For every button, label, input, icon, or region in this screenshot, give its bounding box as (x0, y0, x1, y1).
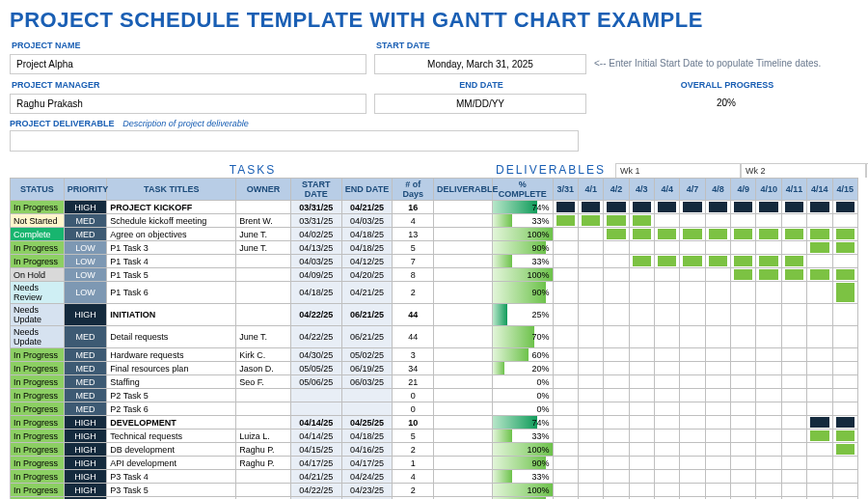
title-cell: P1 Task 3 (107, 241, 236, 255)
gantt-cell (731, 443, 756, 457)
gantt-cell (553, 470, 578, 484)
days-cell: 44 (393, 304, 434, 326)
gantt-cell (807, 389, 832, 402)
gantt-cell (756, 389, 781, 402)
owner-cell (236, 282, 291, 304)
days-cell: 13 (393, 228, 434, 241)
table-row[interactable]: In ProgressMEDHardware requestsKirk C.04… (11, 348, 858, 362)
day-header: 4/1 (578, 179, 603, 201)
table-row[interactable]: In ProgressHIGHPROJECT KICKOFF03/31/2504… (11, 201, 858, 214)
title-cell: PROJECT KICKOFF (107, 201, 236, 214)
gantt-cell (655, 214, 680, 228)
status-cell: In Progress (11, 241, 65, 255)
status-cell: Needs Update (11, 326, 65, 348)
priority-cell: HIGH (64, 304, 107, 326)
deliverable-cell (433, 430, 492, 443)
gantt-cell (680, 304, 705, 326)
gantt-cell (756, 362, 781, 375)
title-cell: P1 Task 4 (107, 255, 236, 268)
gantt-cell (807, 430, 832, 443)
gantt-cell (781, 443, 806, 457)
table-row[interactable]: On HoldLOWP1 Task 504/09/2504/20/258100% (11, 268, 858, 282)
table-row[interactable]: In ProgressLOWP1 Task 404/03/2504/12/257… (11, 255, 858, 268)
table-row[interactable]: In ProgressMEDP2 Task 500% (11, 389, 858, 402)
days-cell: 2 (393, 484, 434, 497)
gantt-table: STATUSPRIORITYTASK TITLESOWNERSTART DATE… (10, 178, 858, 499)
gantt-cell (629, 402, 654, 416)
gantt-cell (553, 348, 578, 362)
input-deliverable[interactable] (10, 130, 579, 152)
gantt-cell (832, 228, 857, 241)
label-project-manager: PROJECT MANAGER (10, 78, 366, 90)
table-row[interactable]: In ProgressHIGHTechnical requestsLuiza L… (11, 430, 858, 443)
gantt-cell (832, 443, 857, 457)
gantt-cell (680, 241, 705, 255)
gantt-cell (731, 457, 756, 470)
table-row[interactable]: In ProgressHIGHDB developmentRaghu P.04/… (11, 443, 858, 457)
gantt-cell (629, 228, 654, 241)
gantt-cell (553, 201, 578, 214)
gantt-cell (832, 304, 857, 326)
start-cell (290, 389, 341, 402)
gantt-cell (807, 304, 832, 326)
gantt-cell (781, 348, 806, 362)
gantt-cell (832, 362, 857, 375)
days-cell: 5 (393, 241, 434, 255)
gantt-cell (629, 470, 654, 484)
title-cell: Technical requests (107, 430, 236, 443)
table-row[interactable]: In ProgressMEDStaffingSeo F.05/06/2506/0… (11, 375, 858, 389)
start-cell: 04/02/25 (290, 228, 341, 241)
table-row[interactable]: In ProgressHIGHAPI developmentRaghu P.04… (11, 457, 858, 470)
gantt-cell (629, 214, 654, 228)
owner-cell (236, 484, 291, 497)
gantt-cell (832, 389, 857, 402)
owner-cell: June T. (236, 326, 291, 348)
days-cell: 5 (393, 430, 434, 443)
day-header: 4/4 (655, 179, 680, 201)
col-header: STATUS (11, 179, 65, 201)
day-header: 4/11 (781, 179, 806, 201)
gantt-cell (756, 375, 781, 389)
gantt-cell (553, 416, 578, 430)
gantt-cell (731, 214, 756, 228)
gantt-cell (807, 416, 832, 430)
owner-cell: Seo F. (236, 375, 291, 389)
gantt-cell (832, 402, 857, 416)
table-row[interactable]: Needs UpdateHIGHINITIATION04/22/2506/21/… (11, 304, 858, 326)
owner-cell (236, 402, 291, 416)
title-cell: INITIATION (107, 304, 236, 326)
gantt-cell (756, 470, 781, 484)
gantt-cell (756, 228, 781, 241)
gantt-cell (731, 430, 756, 443)
gantt-cell (578, 255, 603, 268)
input-end-date[interactable]: MM/DD/YY (374, 94, 586, 114)
gantt-cell (578, 470, 603, 484)
pct-cell: 0% (492, 389, 553, 402)
input-start-date[interactable]: Monday, March 31, 2025 (374, 54, 586, 74)
deliverable-cell (433, 348, 492, 362)
status-cell: In Progress (11, 201, 65, 214)
table-row[interactable]: In ProgressHIGHP3 Task 404/21/2504/24/25… (11, 470, 858, 484)
table-row[interactable]: Needs ReviewLOWP1 Task 604/18/2504/21/25… (11, 282, 858, 304)
gantt-cell (832, 470, 857, 484)
table-row[interactable]: In ProgressHIGHDEVELOPMENT04/14/2504/25/… (11, 416, 858, 430)
table-row[interactable]: CompleteMEDAgree on objectivesJune T.04/… (11, 228, 858, 241)
gantt-cell (705, 282, 730, 304)
priority-cell: MED (64, 402, 107, 416)
gantt-cell (756, 214, 781, 228)
table-row[interactable]: Needs UpdateMEDDetail requestsJune T.04/… (11, 326, 858, 348)
gantt-cell (832, 255, 857, 268)
table-row[interactable]: In ProgressMEDFinal resources planJason … (11, 362, 858, 375)
gantt-cell (604, 457, 629, 470)
gantt-cell (705, 255, 730, 268)
gantt-cell (629, 304, 654, 326)
table-row[interactable]: In ProgressLOWP1 Task 3June T.04/13/2504… (11, 241, 858, 255)
table-row[interactable]: In ProgressMEDP2 Task 600% (11, 402, 858, 416)
input-project-name[interactable]: Project Alpha (10, 54, 366, 74)
table-row[interactable]: In ProgressHIGHP3 Task 504/22/2504/23/25… (11, 484, 858, 497)
pct-cell: 90% (492, 457, 553, 470)
table-row[interactable]: Not StartedMEDSchedule kickoff meetingBr… (11, 214, 858, 228)
gantt-cell (629, 443, 654, 457)
input-project-manager[interactable]: Raghu Prakash (10, 94, 366, 114)
col-header: DELIVERABLE (433, 179, 492, 201)
